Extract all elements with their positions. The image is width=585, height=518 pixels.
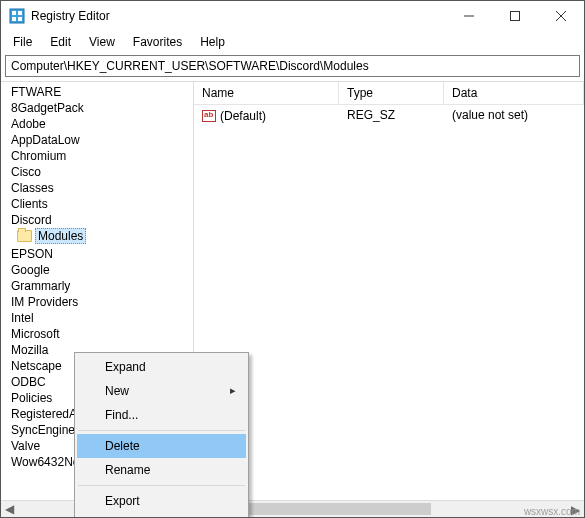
- tree-item[interactable]: Classes: [1, 180, 193, 196]
- value-type: REG_SZ: [339, 107, 444, 124]
- separator: [78, 485, 245, 486]
- close-button[interactable]: [538, 1, 584, 31]
- header-name[interactable]: Name: [194, 82, 339, 104]
- header-type[interactable]: Type: [339, 82, 444, 104]
- tree-item[interactable]: Clients: [1, 196, 193, 212]
- tree-item[interactable]: Intel: [1, 310, 193, 326]
- scroll-left-icon[interactable]: ◀: [1, 501, 18, 518]
- watermark: wsxwsx.com: [524, 506, 580, 517]
- titlebar: Registry Editor: [1, 1, 584, 31]
- tree-item[interactable]: 8GadgetPack: [1, 100, 193, 116]
- menu-view[interactable]: View: [81, 33, 123, 51]
- context-new[interactable]: New: [77, 379, 246, 403]
- tree-item[interactable]: IM Providers: [1, 294, 193, 310]
- tree-item[interactable]: AppDataLow: [1, 132, 193, 148]
- context-delete[interactable]: Delete: [77, 434, 246, 458]
- scrollbar-track[interactable]: [211, 501, 567, 517]
- tree-item-selected[interactable]: Modules: [9, 227, 191, 245]
- main-area: FTWARE 8GadgetPack Adobe AppDataLow Chro…: [1, 81, 584, 517]
- context-rename[interactable]: Rename: [77, 458, 246, 482]
- svg-rect-1: [12, 11, 16, 15]
- list-row[interactable]: (Default) REG_SZ (value not set): [194, 105, 584, 126]
- context-expand[interactable]: Expand: [77, 355, 246, 379]
- regedit-icon: [9, 8, 25, 24]
- svg-rect-3: [12, 17, 16, 21]
- maximize-button[interactable]: [492, 1, 538, 31]
- list-rows: (Default) REG_SZ (value not set): [194, 105, 584, 517]
- window-title: Registry Editor: [31, 9, 446, 23]
- tree-item[interactable]: Discord Modules: [1, 212, 193, 246]
- tree-item[interactable]: Grammarly: [1, 278, 193, 294]
- context-permissions[interactable]: Permissions...: [77, 513, 246, 517]
- list-headers: Name Type Data: [194, 82, 584, 105]
- tree-item[interactable]: EPSON: [1, 246, 193, 262]
- value-data: (value not set): [444, 107, 584, 124]
- folder-icon: [17, 230, 32, 242]
- tree-item[interactable]: FTWARE: [1, 84, 193, 100]
- address-bar: [5, 55, 580, 77]
- list-view[interactable]: Name Type Data (Default) REG_SZ (value n…: [194, 82, 584, 517]
- context-export[interactable]: Export: [77, 489, 246, 513]
- svg-rect-2: [18, 11, 22, 15]
- menubar: File Edit View Favorites Help: [1, 31, 584, 53]
- separator: [78, 430, 245, 431]
- svg-rect-4: [18, 17, 22, 21]
- tree-item[interactable]: Adobe: [1, 116, 193, 132]
- minimize-button[interactable]: [446, 1, 492, 31]
- tree-item[interactable]: Microsoft: [1, 326, 193, 342]
- menu-edit[interactable]: Edit: [42, 33, 79, 51]
- svg-rect-6: [511, 12, 520, 21]
- tree-item[interactable]: Google: [1, 262, 193, 278]
- address-input[interactable]: [5, 55, 580, 77]
- context-menu: Expand New Find... Delete Rename Export …: [74, 352, 249, 517]
- header-data[interactable]: Data: [444, 82, 584, 104]
- window-controls: [446, 1, 584, 31]
- menu-file[interactable]: File: [5, 33, 40, 51]
- context-find[interactable]: Find...: [77, 403, 246, 427]
- menu-favorites[interactable]: Favorites: [125, 33, 190, 51]
- string-value-icon: [202, 110, 216, 122]
- value-name: (Default): [220, 109, 266, 123]
- menu-help[interactable]: Help: [192, 33, 233, 51]
- tree-item[interactable]: Cisco: [1, 164, 193, 180]
- tree-item[interactable]: Chromium: [1, 148, 193, 164]
